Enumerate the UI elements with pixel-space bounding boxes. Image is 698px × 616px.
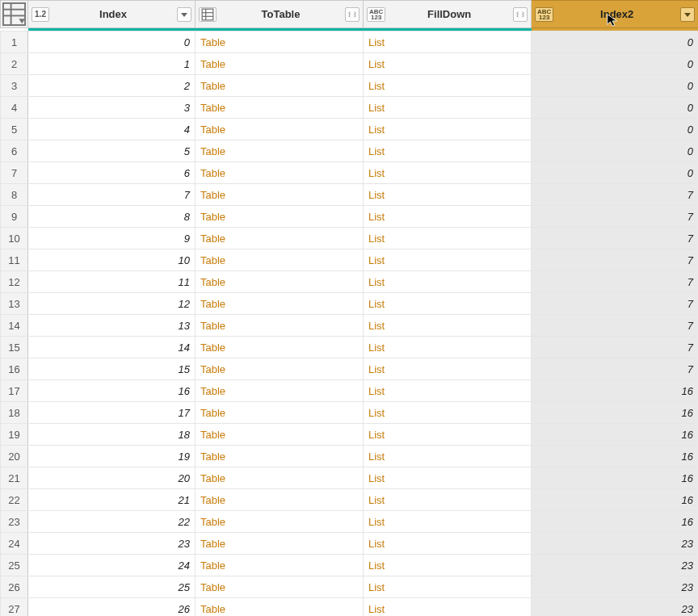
cell-filldown-link[interactable]: List [364,555,532,576]
cell-index[interactable]: 24 [28,555,196,576]
cell-index2[interactable]: 7 [532,184,699,206]
table-row[interactable]: 109TableList7 [1,228,699,249]
row-number-cell[interactable]: 21 [1,467,28,489]
table-row[interactable]: 2423TableList23 [1,533,699,555]
cell-index[interactable]: 10 [28,249,196,271]
table-row[interactable]: 1514TableList7 [1,337,699,358]
data-grid[interactable]: 1.2 Index ToTable [0,0,698,616]
cell-filldown-link[interactable]: List [364,97,532,119]
cell-index[interactable]: 12 [28,293,196,315]
row-number-cell[interactable]: 15 [1,337,28,358]
cell-filldown-link[interactable]: List [364,271,532,293]
cell-totable-link[interactable]: Table [196,511,364,533]
cell-index[interactable]: 23 [28,533,196,555]
cell-totable-link[interactable]: Table [196,424,364,446]
cell-index2[interactable]: 0 [532,53,699,75]
cell-filldown-link[interactable]: List [364,184,532,206]
row-number-cell[interactable]: 19 [1,424,28,446]
table-row[interactable]: 1211TableList7 [1,271,699,293]
cell-totable-link[interactable]: Table [196,75,364,97]
cell-filldown-link[interactable]: List [364,380,532,402]
cell-filldown-link[interactable]: List [364,489,532,511]
cell-index[interactable]: 7 [28,184,196,206]
cell-totable-link[interactable]: Table [196,315,364,337]
row-number-cell[interactable]: 27 [1,598,28,617]
cell-filldown-link[interactable]: List [364,293,532,315]
cell-filldown-link[interactable]: List [364,31,532,53]
cell-totable-link[interactable]: Table [196,271,364,293]
cell-index2[interactable]: 16 [532,467,699,489]
cell-filldown-link[interactable]: List [364,467,532,489]
table-row[interactable]: 1413TableList7 [1,315,699,337]
cell-index[interactable]: 21 [28,489,196,511]
expand-column-button[interactable] [345,7,360,22]
cell-filldown-link[interactable]: List [364,228,532,249]
cell-index2[interactable]: 7 [532,249,699,271]
row-number-cell[interactable]: 14 [1,315,28,337]
row-number-cell[interactable]: 13 [1,293,28,315]
row-number-cell[interactable]: 18 [1,402,28,424]
cell-index[interactable]: 13 [28,315,196,337]
cell-filldown-link[interactable]: List [364,533,532,555]
cell-totable-link[interactable]: Table [196,140,364,162]
cell-filldown-link[interactable]: List [364,162,532,184]
table-row[interactable]: 1312TableList7 [1,293,699,315]
cell-index[interactable]: 18 [28,424,196,446]
cell-index[interactable]: 20 [28,467,196,489]
cell-totable-link[interactable]: Table [196,446,364,467]
row-number-cell[interactable]: 26 [1,576,28,598]
cell-filldown-link[interactable]: List [364,75,532,97]
cell-index2[interactable]: 23 [532,576,699,598]
cell-index2[interactable]: 16 [532,489,699,511]
cell-filldown-link[interactable]: List [364,119,532,140]
table-row[interactable]: 54TableList0 [1,119,699,140]
cell-filldown-link[interactable]: List [364,402,532,424]
column-header-index[interactable]: 1.2 Index [28,1,196,28]
table-row[interactable]: 2221TableList16 [1,489,699,511]
cell-index2[interactable]: 0 [532,119,699,140]
row-number-cell[interactable]: 20 [1,446,28,467]
cell-index2[interactable]: 7 [532,337,699,358]
cell-index2[interactable]: 0 [532,31,699,53]
cell-index2[interactable]: 16 [532,446,699,467]
cell-filldown-link[interactable]: List [364,358,532,380]
cell-index[interactable]: 22 [28,511,196,533]
row-number-cell[interactable]: 12 [1,271,28,293]
table-row[interactable]: 87TableList7 [1,184,699,206]
cell-totable-link[interactable]: Table [196,380,364,402]
cell-totable-link[interactable]: Table [196,184,364,206]
select-all-cell[interactable] [1,1,28,28]
row-number-cell[interactable]: 22 [1,489,28,511]
cell-totable-link[interactable]: Table [196,598,364,617]
table-row[interactable]: 2019TableList16 [1,446,699,467]
cell-totable-link[interactable]: Table [196,358,364,380]
cell-index2[interactable]: 0 [532,140,699,162]
cell-totable-link[interactable]: Table [196,293,364,315]
cell-index[interactable]: 16 [28,380,196,402]
cell-totable-link[interactable]: Table [196,489,364,511]
cell-index[interactable]: 3 [28,97,196,119]
cell-index2[interactable]: 23 [532,598,699,617]
expand-column-button[interactable] [513,7,528,22]
column-header-filldown[interactable]: ABC123 FillDown [364,1,532,28]
row-number-cell[interactable]: 6 [1,140,28,162]
row-number-cell[interactable]: 3 [1,75,28,97]
cell-index[interactable]: 17 [28,402,196,424]
table-row[interactable]: 1817TableList16 [1,402,699,424]
cell-totable-link[interactable]: Table [196,337,364,358]
cell-index2[interactable]: 7 [532,293,699,315]
cell-index[interactable]: 9 [28,228,196,249]
cell-index2[interactable]: 7 [532,315,699,337]
cell-filldown-link[interactable]: List [364,315,532,337]
table-row[interactable]: 2524TableList23 [1,555,699,576]
cell-totable-link[interactable]: Table [196,206,364,228]
cell-index[interactable]: 1 [28,53,196,75]
cell-totable-link[interactable]: Table [196,402,364,424]
table-row[interactable]: 2625TableList23 [1,576,699,598]
cell-index2[interactable]: 23 [532,533,699,555]
row-number-cell[interactable]: 7 [1,162,28,184]
row-number-cell[interactable]: 23 [1,511,28,533]
cell-totable-link[interactable]: Table [196,555,364,576]
table-row[interactable]: 1110TableList7 [1,249,699,271]
row-number-cell[interactable]: 1 [1,31,28,53]
